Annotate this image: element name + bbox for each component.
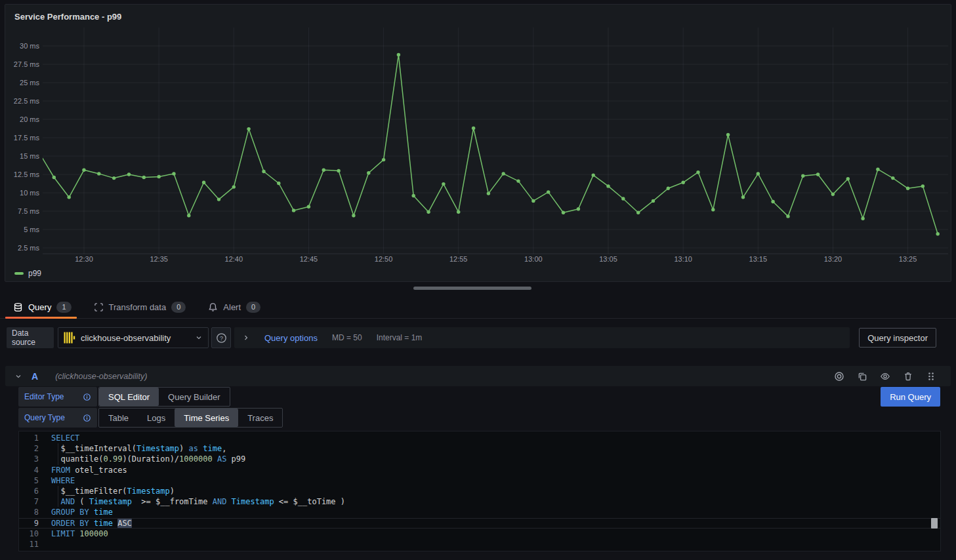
chart-legend[interactable]: p99 [14, 269, 41, 278]
legend-series-label[interactable]: p99 [28, 269, 41, 278]
line-number: 11 [19, 539, 39, 550]
tab-query[interactable]: Query 1 [13, 296, 72, 319]
code-line[interactable]: 3 quantile(0.99)(Duration)/1000000 AS p9… [19, 454, 940, 464]
query-type-time-series[interactable]: Time Series [175, 409, 238, 427]
drag-handle-icon[interactable] [926, 371, 936, 382]
legend-series-chip [14, 272, 24, 275]
query-type-label: Query Type [18, 408, 97, 428]
code-line[interactable]: 8GROUP BY time [19, 507, 940, 517]
code-line[interactable]: 9ORDER BY time ASC [19, 518, 940, 529]
datasource-value: clickhouse-observability [81, 333, 190, 343]
datasource-help-button[interactable]: ? [211, 327, 231, 348]
svg-text:12.5 ms: 12.5 ms [14, 170, 40, 178]
code-line[interactable]: 6 $__timeFilter(Timestamp) [19, 486, 940, 496]
editor-overview-ruler-cursor [931, 518, 938, 529]
svg-text:7.5 ms: 7.5 ms [18, 207, 40, 215]
query-type-table[interactable]: Table [99, 409, 138, 427]
info-icon[interactable] [83, 414, 91, 422]
svg-text:12:30: 12:30 [75, 255, 93, 263]
tab-transform-label: Transform data [109, 302, 167, 312]
svg-text:13:10: 13:10 [674, 255, 692, 263]
line-number: 4 [19, 465, 39, 475]
svg-text:13:15: 13:15 [749, 255, 768, 263]
svg-text:12:55: 12:55 [449, 255, 468, 263]
run-query-button[interactable]: Run Query [881, 387, 940, 407]
query-options-link[interactable]: Query options [264, 333, 318, 343]
line-number: 6 [19, 486, 39, 496]
datasource-label: Data source [7, 327, 54, 348]
svg-text:12:45: 12:45 [300, 255, 318, 263]
query-options-md: MD = 50 [332, 333, 362, 342]
duplicate-query-icon[interactable] [857, 371, 867, 382]
timeseries-chart[interactable]: 12:3012:3512:4012:4512:5012:5513:0013:05… [5, 27, 951, 271]
code-line[interactable]: 5WHERE [19, 475, 940, 486]
panel-title: Service Performance - p99 [14, 12, 121, 22]
tab-alert-label: Alert [223, 302, 241, 312]
tab-query-label: Query [28, 302, 51, 312]
datasource-picker[interactable]: clickhouse-observability [58, 327, 209, 348]
hide-response-eye-icon[interactable] [880, 371, 890, 382]
query-type-row: Query Type Table Logs Time Series Traces [18, 408, 283, 428]
code-line[interactable]: 4FROM otel_traces [19, 465, 940, 475]
query-type-group: Table Logs Time Series Traces [98, 408, 283, 428]
editor-type-row: Editor Type SQL Editor Query Builder [18, 387, 230, 407]
query-card-header: A (clickhouse-observability) [5, 366, 951, 386]
tab-transform-data[interactable]: Transform data 0 [94, 296, 186, 319]
svg-text:22.5 ms: 22.5 ms [14, 97, 40, 105]
transform-icon [94, 302, 104, 312]
tab-alert-count-badge: 0 [246, 302, 260, 313]
query-options-bar[interactable]: Query options MD = 50 Interval = 1m [234, 327, 850, 348]
sql-editor[interactable]: 1SELECT2 $__timeInterval(Timestamp) as t… [18, 431, 941, 551]
code-line[interactable]: 1SELECT [19, 433, 940, 443]
line-number: 8 [19, 507, 39, 517]
chevron-down-icon [195, 334, 203, 342]
svg-text:13:00: 13:00 [524, 255, 543, 263]
sql-code: 1SELECT2 $__timeInterval(Timestamp) as t… [19, 433, 940, 550]
code-line[interactable]: 10LIMIT 100000 [19, 529, 940, 539]
query-inspector-button[interactable]: Query inspector [859, 328, 936, 348]
svg-text:15 ms: 15 ms [20, 152, 39, 160]
svg-text:20 ms: 20 ms [20, 115, 39, 123]
info-icon[interactable] [83, 393, 91, 401]
tab-alert[interactable]: Alert 0 [208, 296, 260, 319]
editor-type-sql-editor[interactable]: SQL Editor [99, 388, 159, 406]
editor-type-query-builder[interactable]: Query Builder [159, 388, 229, 406]
svg-text:27.5 ms: 27.5 ms [14, 60, 40, 68]
editor-tabs: Query 1 Transform data 0 Alert 0 [0, 296, 956, 319]
svg-text:13:05: 13:05 [599, 255, 617, 263]
svg-text:2.5 ms: 2.5 ms [18, 244, 40, 252]
query-datasource-subtitle: (clickhouse-observability) [55, 372, 147, 381]
line-number: 2 [19, 443, 39, 454]
svg-text:12:35: 12:35 [150, 255, 168, 263]
query-card-actions [834, 371, 936, 382]
editor-type-label: Editor Type [18, 387, 97, 407]
question-circle-icon: ? [216, 332, 227, 344]
tab-transform-count-badge: 0 [171, 302, 186, 313]
collapse-query-icon[interactable] [14, 372, 22, 380]
code-line[interactable]: 11 [19, 539, 940, 550]
line-number: 3 [19, 454, 39, 464]
grafana-panel-editor: Service Performance - p99 12:3012:3512:4… [0, 0, 956, 560]
svg-text:12:50: 12:50 [375, 255, 393, 263]
query-options-interval: Interval = 1m [377, 333, 423, 342]
query-type-logs[interactable]: Logs [138, 409, 175, 427]
code-line[interactable]: 7 AND ( Timestamp >= $__fromTime AND Tim… [19, 496, 940, 507]
delete-query-icon[interactable] [903, 371, 913, 382]
svg-text:13:20: 13:20 [824, 255, 842, 263]
code-line[interactable]: 2 $__timeInterval(Timestamp) as time, [19, 443, 940, 454]
database-icon [13, 302, 23, 312]
tab-query-count-badge: 1 [56, 302, 71, 313]
line-number: 1 [19, 433, 39, 443]
svg-text:?: ? [219, 334, 222, 341]
svg-text:12:40: 12:40 [225, 255, 243, 263]
query-ref-id[interactable]: A [31, 371, 38, 382]
horizontal-scrollbar-thumb[interactable] [413, 287, 531, 290]
line-number: 10 [19, 529, 39, 539]
line-number: 9 [19, 518, 39, 529]
query-type-traces[interactable]: Traces [238, 409, 282, 427]
datasource-row: Data source clickhouse-observability ? [0, 327, 956, 348]
disable-query-icon[interactable] [834, 371, 844, 382]
chevron-right-icon [242, 334, 250, 342]
clickhouse-icon [64, 332, 75, 344]
svg-text:17.5 ms: 17.5 ms [14, 134, 40, 142]
